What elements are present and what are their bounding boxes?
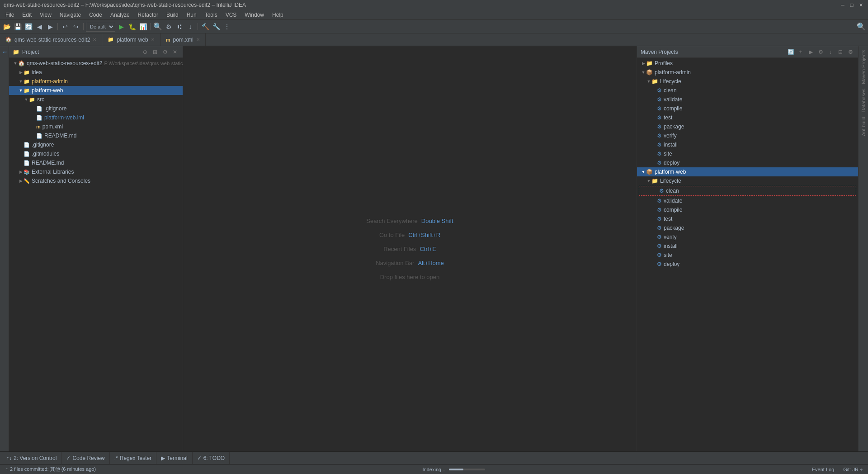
maven-item-lifecycle-admin[interactable]: ▼ 📁 Lifecycle xyxy=(637,77,858,86)
maximize-button[interactable]: □ xyxy=(848,1,855,9)
maven-download[interactable]: ↓ xyxy=(826,48,835,56)
menu-file[interactable]: File xyxy=(2,11,18,19)
maven-item-site-pw[interactable]: ⚙ site xyxy=(637,251,858,260)
tree-item-gitmodules[interactable]: 📄 .gitmodules xyxy=(9,149,183,158)
tab-pom-close[interactable]: ✕ xyxy=(196,37,200,42)
maven-item-verify-pw[interactable]: ⚙ verify xyxy=(637,232,858,242)
maven-item-profiles[interactable]: ▶ 📁 Profiles xyxy=(637,59,858,68)
toolbar-run[interactable]: ▶ xyxy=(116,22,126,32)
run-config-dropdown[interactable]: Default xyxy=(86,22,115,32)
tree-item-gitignore-pw[interactable]: 📄 .gitignore xyxy=(9,104,183,113)
maven-settings[interactable]: ⚙ xyxy=(846,48,854,56)
maven-refresh[interactable]: 🔄 xyxy=(787,48,795,56)
toolbar-search-everywhere[interactable]: 🔍 xyxy=(856,22,866,32)
left-strip-project[interactable]: 1 xyxy=(0,48,9,56)
bottom-tab-vcs[interactable]: ↑↓ 2: Version Control xyxy=(2,452,61,465)
panel-scroll-to-source[interactable]: ⊙ xyxy=(141,48,149,56)
maven-item-validate-admin[interactable]: ⚙ validate xyxy=(637,95,858,104)
toolbar-more[interactable]: ⋮ xyxy=(222,22,232,32)
toolbar-rebuild[interactable]: 🔧 xyxy=(211,22,221,32)
menu-refactor[interactable]: Refactor xyxy=(134,11,162,19)
toolbar-search[interactable]: 🔍 xyxy=(153,22,163,32)
tree-item-gitignore-root[interactable]: 📄 .gitignore xyxy=(9,140,183,149)
tree-item-external-libs[interactable]: ▶ 📚 External Libraries xyxy=(9,167,183,176)
tab-project[interactable]: 🏠 qms-web-static-resources-edit2 ✕ xyxy=(0,33,102,46)
maven-item-compile-pw[interactable]: ⚙ compile xyxy=(637,205,858,214)
toolbar-redo[interactable]: ↪ xyxy=(71,22,81,32)
bottom-tab-regex[interactable]: .* Regex Tester xyxy=(110,452,157,465)
right-strip-maven[interactable]: Maven Projects xyxy=(860,48,867,86)
menu-tools[interactable]: Tools xyxy=(201,11,221,19)
maven-item-package-pw[interactable]: ⚙ package xyxy=(637,223,858,232)
toolbar-build[interactable]: 🔨 xyxy=(200,22,210,32)
tree-item-iml[interactable]: 📄 platform-web.iml xyxy=(9,113,183,122)
panel-settings[interactable]: ⚙ xyxy=(161,48,169,56)
right-strip-ant[interactable]: Ant build xyxy=(860,115,867,138)
menu-view[interactable]: View xyxy=(36,11,55,19)
toolbar-settings[interactable]: ⚙ xyxy=(164,22,174,32)
bottom-tab-terminal[interactable]: ▶ Terminal xyxy=(156,452,192,465)
minimize-button[interactable]: ─ xyxy=(839,1,846,9)
maven-item-verify-admin[interactable]: ⚙ verify xyxy=(637,131,858,140)
tree-item-src[interactable]: ▼ 📁 src xyxy=(9,95,183,104)
toolbar-vcs[interactable]: ⑆ xyxy=(175,22,184,32)
maven-item-test-pw[interactable]: ⚙ test xyxy=(637,214,858,223)
tree-item-pomxml[interactable]: m pom.xml xyxy=(9,122,183,131)
panel-close[interactable]: ✕ xyxy=(171,48,179,56)
toolbar-update[interactable]: ↓ xyxy=(185,22,195,32)
maven-item-clean-admin[interactable]: ⚙ clean xyxy=(637,86,858,95)
maven-item-site-admin[interactable]: ⚙ site xyxy=(637,149,858,158)
toolbar-debug[interactable]: 🐛 xyxy=(127,22,137,32)
maven-item-validate-pw[interactable]: ⚙ validate xyxy=(637,196,858,205)
tree-item-platform-web[interactable]: ▼ 📁 platform-web xyxy=(9,86,183,95)
status-git-commits[interactable]: ↑ 2 files committed: 其他 (6 minutes ago) xyxy=(4,465,98,474)
toolbar-run-with-coverage[interactable]: 📊 xyxy=(138,22,148,32)
tab-platform-web[interactable]: 📁 platform-web ✕ xyxy=(102,33,160,46)
tree-item-readme-root[interactable]: 📄 README.md xyxy=(9,158,183,167)
close-button[interactable]: ✕ xyxy=(857,1,864,9)
menu-build[interactable]: Build xyxy=(163,11,182,19)
tab-pom[interactable]: m pom.xml ✕ xyxy=(160,33,206,46)
status-git-branch[interactable]: Git: JR ÷ xyxy=(841,465,864,474)
maven-item-install-pw[interactable]: ⚙ install xyxy=(637,242,858,251)
maven-item-install-admin[interactable]: ⚙ install xyxy=(637,140,858,149)
tree-item-platform-admin[interactable]: ▼ 📁 platform-admin xyxy=(9,77,183,86)
menu-analyze[interactable]: Analyze xyxy=(107,11,133,19)
maven-item-lifecycle-pw[interactable]: ▼ 📁 Lifecycle xyxy=(637,176,858,185)
bottom-tab-code-review[interactable]: ✓ Code Review xyxy=(61,452,109,465)
maven-collapse-all[interactable]: ⊟ xyxy=(836,48,844,56)
toolbar-sync[interactable]: 🔄 xyxy=(24,22,33,32)
menu-window[interactable]: Window xyxy=(241,11,268,19)
toolbar-save[interactable]: 💾 xyxy=(13,22,23,32)
tree-item-scratches[interactable]: ▶ ✏️ Scratches and Consoles xyxy=(9,176,183,185)
toolbar-back[interactable]: ◀ xyxy=(34,22,44,32)
status-event-log[interactable]: Event Log xyxy=(810,465,836,474)
menu-navigate[interactable]: Navigate xyxy=(56,11,85,19)
maven-item-platform-admin[interactable]: ▼ 📦 platform-admin xyxy=(637,68,858,77)
tree-item-root[interactable]: ▼ 🏠 qms-web-static-resources-edit2 F:\Wo… xyxy=(9,59,183,68)
maven-item-platform-web[interactable]: ▼ 📦 platform-web xyxy=(637,167,858,176)
maven-item-test-admin[interactable]: ⚙ test xyxy=(637,113,858,122)
maven-execute[interactable]: ▶ xyxy=(807,48,815,56)
menu-vcs[interactable]: VCS xyxy=(222,11,241,19)
tab-project-close[interactable]: ✕ xyxy=(93,37,96,42)
maven-item-deploy-admin[interactable]: ⚙ deploy xyxy=(637,158,858,167)
toolbar-open-project[interactable]: 📂 xyxy=(2,22,12,32)
bottom-tab-todo[interactable]: ✓ 6: TODO xyxy=(193,452,230,465)
panel-collapse[interactable]: ⊞ xyxy=(151,48,159,56)
toolbar-undo[interactable]: ↩ xyxy=(60,22,70,32)
tab-platform-web-close[interactable]: ✕ xyxy=(151,37,155,42)
toolbar-forward[interactable]: ▶ xyxy=(45,22,55,32)
maven-item-clean-pw[interactable]: ⚙ clean xyxy=(639,186,856,195)
menu-code[interactable]: Code xyxy=(85,11,106,19)
maven-lifecycle[interactable]: ⚙ xyxy=(816,48,825,56)
menu-edit[interactable]: Edit xyxy=(19,11,35,19)
maven-add[interactable]: + xyxy=(797,48,805,56)
right-strip-databases[interactable]: Databases xyxy=(860,87,867,114)
tree-item-readme-pw[interactable]: 📄 README.md xyxy=(9,131,183,140)
maven-item-deploy-pw[interactable]: ⚙ deploy xyxy=(637,260,858,269)
maven-item-compile-admin[interactable]: ⚙ compile xyxy=(637,104,858,113)
menu-help[interactable]: Help xyxy=(269,11,287,19)
maven-item-package-admin[interactable]: ⚙ package xyxy=(637,122,858,131)
tree-item-idea[interactable]: ▶ 📁 idea xyxy=(9,68,183,77)
